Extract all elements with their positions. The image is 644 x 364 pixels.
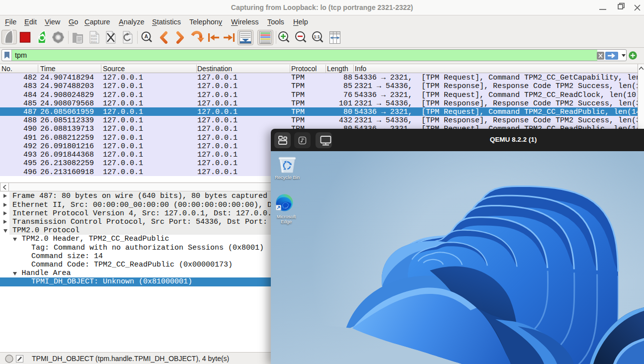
svg-text:1:1: 1:1 [314,34,321,39]
svg-text:A: A [145,33,149,39]
svg-text:0111: 0111 [91,41,97,44]
